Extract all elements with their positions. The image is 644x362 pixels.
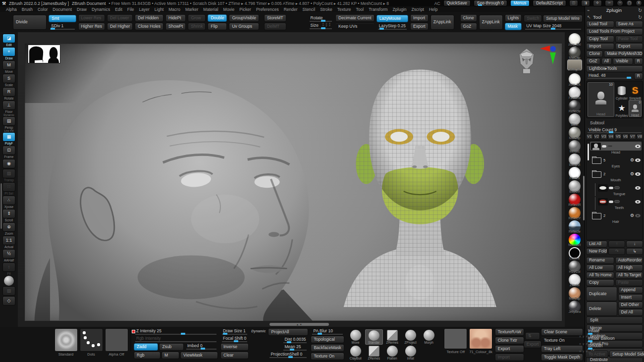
menu-item[interactable]: Render — [282, 7, 300, 12]
texture-export-button[interactable]: Export — [495, 345, 524, 353]
left-tool-button[interactable]: ⊡ Frame — [2, 146, 16, 158]
subtool-item[interactable]: 2 ⚙ Mouth — [590, 169, 642, 182]
zplugin-header[interactable]: ⌁ Zplugin ↻ — [586, 6, 643, 13]
visibility-eye-icon[interactable] — [635, 145, 641, 148]
menu-item[interactable]: Color — [36, 7, 50, 12]
left-tool-button[interactable]: ⊥ Floor — [2, 101, 16, 113]
menu-item[interactable]: Zplugin — [391, 7, 409, 12]
mean-slider[interactable]: Mean 25 — [282, 344, 308, 351]
hidept-button[interactable]: HidePt — [165, 14, 186, 22]
menu-item[interactable]: Material — [201, 7, 220, 12]
goz-all-button[interactable]: All — [601, 58, 612, 65]
texture-on-button[interactable]: Texture On — [311, 353, 344, 360]
inverse-button[interactable]: Inverse — [220, 343, 249, 351]
left-tool-button[interactable]: ∷ Pt Sel — [2, 182, 16, 195]
current-brush[interactable]: Standard — [54, 328, 77, 362]
tool-refresh-icon[interactable]: ↻ — [638, 14, 642, 20]
material-swatch[interactable]: JellyBea — [569, 301, 581, 314]
smooth-slider[interactable]: Smoothx y z — [586, 343, 590, 350]
new-folder-button[interactable]: New Folder — [586, 248, 607, 255]
brush-shortcut[interactable]: Move — [347, 329, 365, 345]
clone-button[interactable]: Clone — [460, 14, 477, 22]
default-zscript-button[interactable]: DefaultZScript — [533, 0, 566, 6]
lightbox-tools-button[interactable]: Lightbox▸Tools — [586, 65, 643, 72]
material-swatch[interactable]: BasicM — [569, 180, 581, 194]
material-swatch[interactable]: NormalR — [568, 234, 581, 247]
texture-on2-button[interactable]: Texture On — [541, 337, 583, 344]
brush-shortcut[interactable]: ZProject — [402, 329, 420, 345]
hand-tool-icon[interactable]: ✣ — [593, 0, 602, 6]
all-to-home-button[interactable]: All To Home — [586, 272, 614, 279]
quicksave-button[interactable]: QuickSave — [443, 0, 471, 6]
all-high-button[interactable]: All High — [615, 264, 644, 271]
decimate-current-button[interactable]: Decimate Current — [335, 14, 375, 22]
size-slider[interactable]: Sizex y z — [308, 23, 334, 29]
tool-header[interactable]: ↖ Tool ↻ — [586, 13, 643, 20]
subtool-scrollbar[interactable] — [588, 144, 589, 160]
menu-item[interactable]: Macro — [166, 7, 182, 12]
del-all-button[interactable]: Del All — [618, 309, 644, 316]
subtool-tab[interactable]: V6 — [622, 134, 629, 140]
textureraw-button[interactable]: TextureRAW — [495, 328, 524, 336]
save-as-button[interactable]: Save As — [615, 21, 644, 28]
zadd-toggle[interactable]: Zadd — [134, 343, 158, 351]
minimize-button[interactable]: − — [617, 0, 623, 6]
paste-tool-button[interactable]: Paste Tool — [615, 36, 644, 43]
duplicate-button[interactable]: Duplicate — [586, 287, 617, 301]
visibility-eye-icon[interactable] — [635, 186, 641, 190]
left-tool-button[interactable]: ◉ — [2, 159, 16, 168]
brush-shortcut[interactable]: Standar — [365, 329, 383, 345]
subtool-item[interactable]: 5 ⚙ Eyes — [590, 155, 642, 168]
polypaint-toggle[interactable] — [609, 201, 613, 203]
goz-r-button[interactable]: R — [634, 58, 643, 65]
zsub-button[interactable]: Zsub — [159, 343, 183, 351]
left-tool-button[interactable]: ∴ Xpose — [2, 196, 16, 208]
lower-res-button[interactable]: Lower Res — [78, 14, 106, 22]
gear-icon[interactable]: ⚙ — [630, 172, 634, 176]
move-down-button[interactable]: ↓ — [626, 241, 643, 248]
left-tool-button[interactable] — [2, 276, 16, 286]
backfacemask-button[interactable]: BackfaceMask — [311, 344, 344, 352]
sculpt-head-left[interactable] — [25, 47, 332, 321]
uv-toggle[interactable] — [607, 145, 613, 148]
tool-clone-button[interactable]: Clone — [586, 51, 603, 57]
left-tray-scrollbar[interactable] — [0, 183, 2, 229]
material-swatch[interactable]: ReflectY — [569, 207, 581, 220]
uv-toggle[interactable] — [614, 186, 620, 189]
delete-button[interactable]: Delete — [586, 302, 617, 316]
material-swatch[interactable]: Reflecte — [569, 100, 581, 113]
del-hidden-button[interactable]: Del Hidden — [135, 14, 163, 22]
polypaint-toggle[interactable] — [609, 187, 613, 189]
material-swatch[interactable]: ZMetal — [569, 274, 581, 287]
visible-count-slider[interactable]: Visible Count 9 — [586, 127, 643, 133]
to-active-button[interactable]: To Active — [586, 351, 608, 358]
brush-shortcut[interactable]: Inflat — [402, 345, 420, 361]
smt-toggle[interactable]: Smt — [49, 15, 76, 22]
camera-head-icon[interactable] — [516, 46, 537, 74]
subtool-subsection[interactable]: Split — [586, 316, 643, 324]
tray-left-button[interactable]: Tray Left — [541, 345, 583, 353]
brush-shortcut[interactable]: ClayBuil — [347, 345, 365, 361]
viewmask-button[interactable]: ViewMask — [180, 352, 218, 359]
left-tool-button[interactable]: ↕ Fit — [2, 262, 16, 275]
current-texture[interactable]: 71_Colour_8k — [470, 328, 492, 362]
material-swatch[interactable]: MatCap — [569, 287, 581, 301]
goz-visible-button[interactable]: Visible — [613, 58, 633, 65]
lazystep-slider[interactable]: LazyStep 0.25 — [376, 23, 408, 30]
left-tool-button[interactable]: Dynamic ▤ Persp — [2, 114, 16, 129]
material-swatch[interactable]: zbro_Ski — [568, 33, 581, 47]
close-button[interactable]: X — [636, 0, 642, 6]
mask-toggle[interactable]: Mask — [505, 23, 522, 30]
brush-shortcut[interactable]: Flatten — [383, 345, 401, 361]
material-swatch[interactable]: FlatCol — [569, 167, 581, 180]
material-swatch[interactable]: Metalic — [569, 140, 581, 154]
visibility-eye-icon[interactable] — [635, 172, 641, 176]
menu-item[interactable]: Light — [153, 7, 165, 12]
menu-item[interactable]: Transform — [367, 7, 389, 12]
menu-item[interactable]: Tool — [354, 7, 366, 12]
draw-size-slider[interactable]: Draw Size 1 — [220, 328, 249, 335]
uv-toggle[interactable] — [614, 200, 620, 203]
left-tool-button[interactable]: S Scale — [2, 74, 16, 87]
material-swatch[interactable]: ReflectR — [569, 194, 581, 207]
rgb-intensity-slider[interactable]: Rgb Intensity — [134, 336, 218, 342]
